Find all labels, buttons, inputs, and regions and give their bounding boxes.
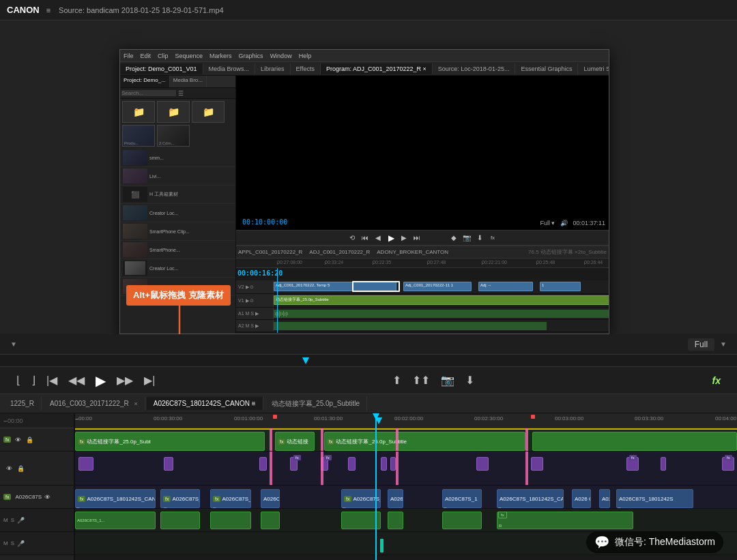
track-a2-mute[interactable]: M [3,540,8,546]
prem-clip-v2-4[interactable]: 1 [540,282,581,291]
prem-list-item-4[interactable]: Creator Loc... [120,204,235,222]
audio-clip-a1-0[interactable]: A026C87S_1... [75,512,156,529]
audio-clip-a1-1[interactable] [160,512,200,529]
transport-btn-export[interactable]: ⬇ [463,371,477,389]
prem-tab-media[interactable]: Media Brows... [203,63,256,74]
prem-tab-media-browser[interactable]: Media Bro... [170,76,207,87]
transport-btn-go-out[interactable]: ▶| [141,371,158,389]
prem-clip-v2-2[interactable]: Adj_C001_20170222-11 1 [403,282,472,291]
full-dropdown-label[interactable]: Full [688,338,714,351]
prem-clip-v1-1[interactable]: 动态链接字幕_25.0p_Subtitle [274,295,609,305]
prem-btn-ff[interactable]: ⏭ [412,233,422,243]
clip-v3-3[interactable] [532,432,737,451]
transport-btn-step-fwd[interactable]: ▶▶ [114,371,136,389]
clip-v3-1[interactable]: fx 动态链接 [275,432,315,451]
hamburger-icon[interactable]: ≡ [46,6,50,14]
prem-btn-step-fwd[interactable]: ▶ [399,233,409,243]
clip-v1-8[interactable]: A026 C [572,489,591,508]
dropdown-arrow[interactable]: ▼ [10,340,17,348]
close-tab-2[interactable]: × [134,400,137,407]
transport-btn-go-in[interactable]: |◀ [44,371,60,389]
track-v3-visibility[interactable]: 👁 [15,437,21,443]
transport-btn-step-back[interactable]: ◀◀ [66,371,87,389]
prem-list-item-6[interactable]: SmartPhone... [120,241,235,259]
transport-btn-snapshot[interactable]: 📷 [438,371,457,389]
clip-v2-11[interactable] [661,457,666,471]
menu-sequence[interactable]: Sequence [175,53,203,59]
clip-v1-5[interactable]: A026C [388,489,403,508]
prem-media-folder-2[interactable] [157,101,190,123]
transport-btn-lift[interactable]: ⬆ [390,371,404,389]
track-a2-solo[interactable]: S [11,540,14,546]
clip-v1-9[interactable]: A02 [599,489,610,508]
prem-tab-effects[interactable]: Effects [291,63,321,74]
audio-clip-a1-3[interactable] [261,512,280,529]
prem-media-folder-1[interactable] [122,101,155,123]
prem-btn-marker[interactable]: ◆ [449,233,459,243]
clip-v1-2[interactable]: fx A026C87S_18 [210,489,251,508]
prem-list-item-1[interactable]: smm... [120,149,235,167]
prem-tab-project-items[interactable]: Project: Demo_... [120,76,170,87]
prem-btn-loop[interactable]: ⟲ [347,233,357,243]
prem-tab-program[interactable]: Program: ADJ_C001_20170222_R × [321,63,433,74]
audio-clip-a1-5[interactable] [388,512,403,529]
prem-btn-export[interactable]: ⬇ [475,233,485,243]
timeline-tab-2[interactable]: A016_C003_20171222_R × [43,397,145,410]
prem-media-folder-3[interactable] [192,101,225,123]
timeline-tab-1[interactable]: 1225_R [3,397,42,410]
track-a2-mic[interactable]: 🎤 [17,540,25,547]
track-v3-lock[interactable]: 🔒 [26,437,33,443]
clip-v2-1[interactable] [164,457,173,471]
prem-tab-libraries[interactable]: Libraries [255,63,291,74]
clip-v3-0[interactable]: fx 动态链接字幕_25.0p_Subt [75,432,265,451]
menu-clip[interactable]: Clip [158,53,169,59]
lower-dropdown-arrow[interactable]: ▼ [720,340,727,348]
prem-list-item-2[interactable]: Livi... [120,167,235,186]
prem-media-clip-1[interactable]: Produ... [122,125,155,147]
menu-help[interactable]: Help [299,53,312,59]
clip-v1-7[interactable]: A026C87S_1801242S_CANO [497,489,564,508]
track-v2-visibility[interactable]: 👁 [6,465,12,472]
clip-v1-3[interactable]: A026C [261,489,280,508]
clip-v1-0[interactable]: fx A026C87S_1801242S_CANON [75,489,156,508]
audio-clip-a1-7[interactable]: R [497,512,633,529]
prem-list-item-5[interactable]: SmartPhone Clip... [120,222,235,241]
prem-audio-clip-a1[interactable] [274,310,609,318]
menu-edit[interactable]: Edit [141,53,151,59]
transport-btn-fx[interactable]: fx [710,372,723,389]
prem-media-clip-2[interactable]: 2.Cdm... [157,125,190,147]
prem-btn-step-back[interactable]: ◀ [373,233,383,243]
prem-audio-clip-a2[interactable] [274,322,547,330]
clip-v2-7[interactable] [390,457,396,471]
audio-clip-a1-4[interactable] [341,512,381,529]
track-a1-mic[interactable]: 🎤 [17,517,25,524]
clip-v1-6[interactable]: A026C87S_1 [442,489,482,508]
prem-tab-project[interactable]: Project: Demo_C001_V01 [120,63,203,74]
prem-tab-scope[interactable]: Lumetri Scopes [578,63,609,74]
transport-btn-mark-in[interactable]: ⌊ [14,371,23,389]
clip-v1-1[interactable]: fx A026C87S_1 [160,489,200,508]
clip-v2-6[interactable] [381,457,387,471]
clip-v2-8[interactable] [476,457,489,471]
clip-v2-2[interactable] [259,457,267,471]
prem-list-item-7[interactable]: Creator Loc... [120,259,235,278]
prem-list-item-3[interactable]: ⬛ H 工具箱素材 [120,186,235,204]
audio-clip-a1-6[interactable] [442,512,482,529]
clip-v2-9[interactable] [531,457,543,471]
transport-btn-play[interactable]: ▶ [93,370,109,392]
clip-v2-5[interactable] [348,457,356,471]
prem-btn-camera[interactable]: 📷 [462,233,472,243]
menu-graphics[interactable]: Graphics [239,53,263,59]
audio-clip-a1-2[interactable] [210,512,251,529]
menu-window[interactable]: Window [270,53,292,59]
prem-btn-rewind[interactable]: ⏮ [360,233,370,243]
clip-v2-0[interactable] [78,457,93,471]
transport-btn-extract[interactable]: ⬆⬆ [409,371,433,389]
prem-tab-graphics[interactable]: Essential Graphics [515,63,578,74]
prem-search-input[interactable] [121,90,176,96]
transport-btn-mark-out[interactable]: ⌋ [29,371,38,389]
track-a1-mute[interactable]: M [3,517,8,523]
track-a1-solo[interactable]: S [11,517,14,523]
menu-markers[interactable]: Markers [209,53,232,59]
clip-v3-2[interactable]: fx 动态链接字幕_25.0p_Subtitle [324,432,525,451]
